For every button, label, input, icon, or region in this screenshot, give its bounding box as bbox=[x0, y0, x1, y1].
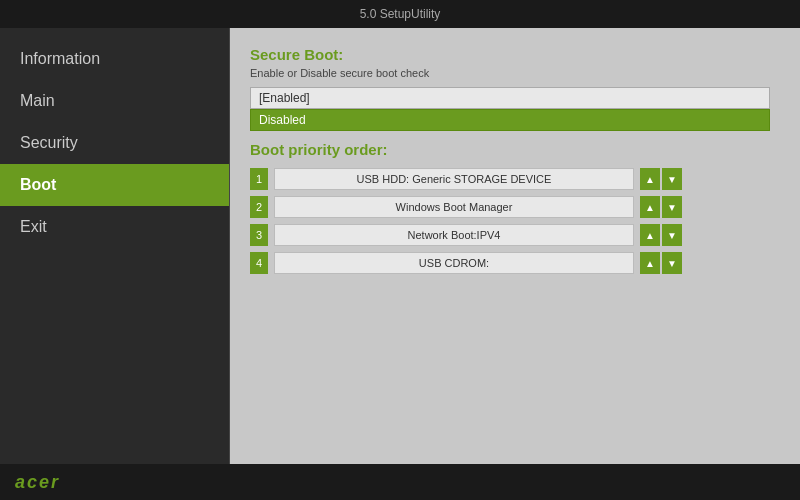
boot-item-down-4[interactable]: ▼ bbox=[662, 252, 682, 274]
secure-boot-dropdown[interactable]: [Enabled] Disabled bbox=[250, 87, 770, 131]
boot-items-list: 1 USB HDD: Generic STORAGE DEVICE ▲ ▼ 2 … bbox=[250, 168, 780, 274]
boot-item-row-2: 2 Windows Boot Manager ▲ ▼ bbox=[250, 196, 780, 218]
boot-item-label-4: USB CDROM: bbox=[274, 252, 634, 274]
secure-boot-option-enabled[interactable]: [Enabled] bbox=[250, 87, 770, 109]
app-title: 5.0 SetupUtility bbox=[360, 7, 441, 21]
bottom-bar: acer bbox=[0, 464, 800, 500]
secure-boot-option-disabled[interactable]: Disabled bbox=[250, 109, 770, 131]
boot-item-label-3: Network Boot:IPV4 bbox=[274, 224, 634, 246]
boot-item-number-1: 1 bbox=[250, 168, 268, 190]
boot-item-arrows-3: ▲ ▼ bbox=[640, 224, 682, 246]
content-area: Secure Boot: Enable or Disable secure bo… bbox=[230, 28, 800, 464]
boot-item-up-2[interactable]: ▲ bbox=[640, 196, 660, 218]
boot-item-arrows-4: ▲ ▼ bbox=[640, 252, 682, 274]
boot-item-down-2[interactable]: ▼ bbox=[662, 196, 682, 218]
brand-logo: acer bbox=[15, 472, 60, 493]
secure-boot-desc: Enable or Disable secure boot check bbox=[250, 67, 780, 79]
boot-item-row-4: 4 USB CDROM: ▲ ▼ bbox=[250, 252, 780, 274]
boot-item-number-4: 4 bbox=[250, 252, 268, 274]
secure-boot-title: Secure Boot: bbox=[250, 46, 780, 63]
top-bar: 5.0 SetupUtility bbox=[0, 0, 800, 28]
boot-item-up-1[interactable]: ▲ bbox=[640, 168, 660, 190]
boot-item-down-1[interactable]: ▼ bbox=[662, 168, 682, 190]
boot-item-up-4[interactable]: ▲ bbox=[640, 252, 660, 274]
boot-item-number-2: 2 bbox=[250, 196, 268, 218]
boot-item-arrows-2: ▲ ▼ bbox=[640, 196, 682, 218]
sidebar: Information Main Security Boot Exit bbox=[0, 28, 230, 464]
main-layout: Information Main Security Boot Exit Secu… bbox=[0, 28, 800, 464]
sidebar-item-boot[interactable]: Boot bbox=[0, 164, 229, 206]
boot-item-row-1: 1 USB HDD: Generic STORAGE DEVICE ▲ ▼ bbox=[250, 168, 780, 190]
boot-item-down-3[interactable]: ▼ bbox=[662, 224, 682, 246]
boot-item-row-3: 3 Network Boot:IPV4 ▲ ▼ bbox=[250, 224, 780, 246]
sidebar-item-information[interactable]: Information bbox=[0, 38, 229, 80]
boot-item-label-2: Windows Boot Manager bbox=[274, 196, 634, 218]
sidebar-item-security[interactable]: Security bbox=[0, 122, 229, 164]
boot-priority-title: Boot priority order: bbox=[250, 141, 780, 158]
sidebar-item-main[interactable]: Main bbox=[0, 80, 229, 122]
sidebar-item-exit[interactable]: Exit bbox=[0, 206, 229, 248]
boot-item-number-3: 3 bbox=[250, 224, 268, 246]
boot-item-up-3[interactable]: ▲ bbox=[640, 224, 660, 246]
boot-item-label-1: USB HDD: Generic STORAGE DEVICE bbox=[274, 168, 634, 190]
boot-item-arrows-1: ▲ ▼ bbox=[640, 168, 682, 190]
